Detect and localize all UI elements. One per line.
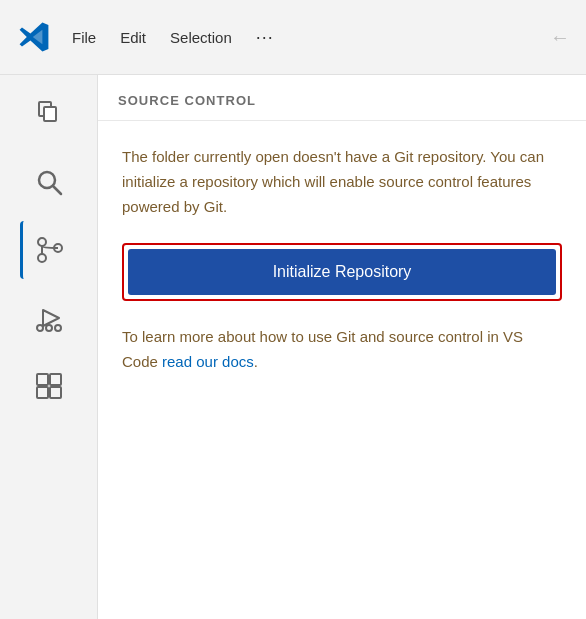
sidebar-item-search[interactable] (20, 153, 78, 211)
svg-rect-1 (44, 107, 56, 121)
sidebar-item-explorer[interactable] (20, 85, 78, 143)
svg-rect-13 (50, 374, 61, 385)
initialize-repository-button[interactable]: Initialize Repository (128, 249, 556, 295)
learn-text: To learn more about how to use Git and s… (122, 325, 562, 375)
panel-header: SOURCE CONTROL (98, 75, 586, 121)
svg-point-9 (37, 325, 43, 331)
sidebar-item-extensions[interactable] (20, 357, 78, 415)
sidebar-item-source-control[interactable] (20, 221, 78, 279)
vscode-logo-icon (16, 19, 52, 55)
read-docs-link[interactable]: read our docs (162, 353, 254, 370)
svg-point-10 (55, 325, 61, 331)
back-arrow-icon[interactable]: ← (550, 26, 570, 49)
svg-rect-15 (50, 387, 61, 398)
svg-point-11 (46, 325, 52, 331)
svg-rect-14 (37, 387, 48, 398)
svg-line-3 (53, 186, 61, 194)
menu-edit[interactable]: Edit (120, 29, 146, 46)
main-layout: SOURCE CONTROL The folder currently open… (0, 75, 586, 619)
menu-selection[interactable]: Selection (170, 29, 232, 46)
menu-bar: File Edit Selection ··· (72, 27, 274, 48)
init-button-wrapper: Initialize Repository (122, 243, 562, 301)
svg-rect-12 (37, 374, 48, 385)
menu-more[interactable]: ··· (256, 27, 274, 48)
panel-content: The folder currently open doesn't have a… (98, 121, 586, 619)
activity-bar (0, 75, 98, 619)
info-text: The folder currently open doesn't have a… (122, 145, 562, 219)
svg-marker-8 (43, 310, 59, 326)
svg-point-4 (38, 238, 46, 246)
sidebar-item-run-debug[interactable] (20, 289, 78, 347)
learn-text-after: . (254, 353, 258, 370)
title-bar: File Edit Selection ··· ← (0, 0, 586, 75)
source-control-panel: SOURCE CONTROL The folder currently open… (98, 75, 586, 619)
svg-point-5 (38, 254, 46, 262)
menu-file[interactable]: File (72, 29, 96, 46)
